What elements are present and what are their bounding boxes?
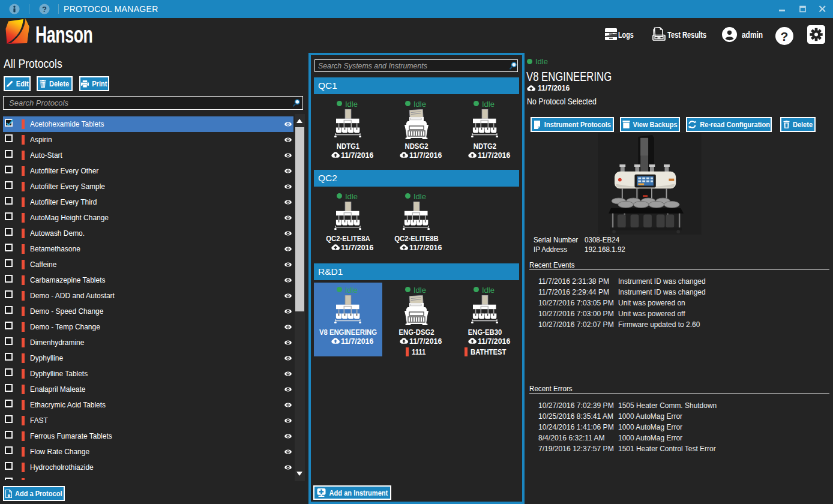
- svg-text:?: ?: [781, 29, 789, 43]
- svg-text:?: ?: [42, 5, 47, 14]
